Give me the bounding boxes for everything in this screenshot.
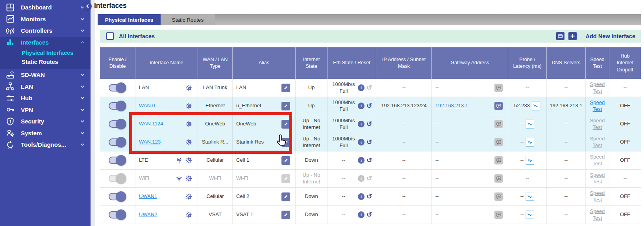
sidebar-scrollbar[interactable] <box>91 0 95 226</box>
dns-servers-cell: 192.168.213.1 <box>547 97 586 115</box>
latency-chart-icon[interactable] <box>526 156 534 165</box>
edit-alias-button[interactable] <box>281 192 290 201</box>
eth-state-group: --i↺ <box>331 175 372 182</box>
eth-state-text: -- <box>331 157 356 163</box>
interface-name-link[interactable]: WAN.0 <box>139 103 155 109</box>
reset-icon[interactable]: ↺ <box>366 211 372 218</box>
sidebar-item-controllers[interactable]: Controllers <box>0 25 91 37</box>
table-row: UWAN2VSATVSAT 1Down--i↺--------Speed Tes… <box>100 206 641 224</box>
sidebar-item-dashboard[interactable]: Dashboard <box>0 2 91 13</box>
enable-toggle[interactable] <box>109 193 123 200</box>
settings-gear-icon[interactable] <box>185 120 192 128</box>
ping-gateway-icon[interactable] <box>494 102 503 110</box>
edit-alias-button[interactable] <box>281 174 290 183</box>
add-interface-button[interactable] <box>568 32 577 40</box>
sidebar-item-vpn[interactable]: VPN <box>0 104 91 116</box>
sidebar-item-label: Controllers <box>21 27 80 34</box>
settings-gear-icon[interactable] <box>185 157 192 164</box>
gateway-address-cell: -- <box>432 79 508 97</box>
all-interfaces-checkbox[interactable] <box>106 32 114 40</box>
reset-icon[interactable]: ↺ <box>366 139 372 146</box>
ip-address-cell: -- <box>376 151 432 169</box>
speed-test-link[interactable]: Speed Test <box>588 99 607 112</box>
interface-name-link[interactable]: WAN.1124 <box>139 121 163 127</box>
sidebar-item-sd-wan[interactable]: SD-WAN <box>0 69 91 81</box>
internet-state-cell: Up <box>296 79 328 97</box>
sidebar-item-tools-diagnos-[interactable]: Tools/Diagnos... <box>0 139 91 151</box>
sidebar-item-monitors[interactable]: Monitors <box>0 13 91 25</box>
latency-chart-icon[interactable] <box>526 210 534 219</box>
enable-toggle[interactable] <box>109 211 123 219</box>
hub-internet-dropoff-cell: -- <box>609 79 641 97</box>
sidebar-subitem-physical-interfaces[interactable]: Physical Interfaces <box>0 48 91 57</box>
probe-latency-value: -- <box>520 121 524 127</box>
collapse-sidebar-button[interactable] <box>83 2 92 10</box>
sidebar-item-interfaces[interactable]: Interfaces <box>0 37 91 49</box>
settings-gear-icon[interactable] <box>185 193 192 200</box>
interface-name-link[interactable]: UWAN1 <box>139 193 157 200</box>
info-icon[interactable]: i <box>358 211 365 218</box>
gateway-address-link[interactable]: 192.168.213.1 <box>435 103 468 109</box>
edit-alias-button[interactable] <box>281 102 290 110</box>
ping-gateway-icon <box>494 174 503 183</box>
antenna-icon <box>176 157 183 164</box>
enable-disable-cell <box>100 151 135 169</box>
settings-gear-icon[interactable] <box>185 211 192 219</box>
speed-test-cell: Speed Test <box>586 151 609 169</box>
info-icon[interactable]: i <box>358 175 365 182</box>
add-new-interface-label[interactable]: Add New Interface <box>586 33 636 39</box>
info-icon[interactable]: i <box>358 84 365 91</box>
enable-toggle[interactable] <box>109 175 123 182</box>
sidebar-item-hub[interactable]: Hub <box>0 92 91 104</box>
sidebar-item-label: Tools/Diagnos... <box>21 141 80 148</box>
sidebar-item-system[interactable]: System <box>0 127 91 139</box>
security-icon <box>6 117 15 126</box>
latency-chart-icon[interactable] <box>526 138 534 147</box>
enable-disable-cell <box>100 97 135 115</box>
ping-gateway-icon <box>494 156 503 164</box>
info-icon[interactable]: i <box>358 121 365 127</box>
latency-chart-icon[interactable] <box>526 192 534 201</box>
info-icon[interactable]: i <box>358 157 365 164</box>
reset-icon[interactable]: ↺ <box>366 103 372 109</box>
settings-gear-icon[interactable] <box>185 84 192 92</box>
interface-name-cell: LTE <box>135 151 198 169</box>
eth-state-text: 1000Mb/s Full <box>331 118 356 131</box>
info-icon[interactable]: i <box>358 103 365 109</box>
enable-toggle[interactable] <box>109 138 123 146</box>
edit-alias-button[interactable] <box>281 84 290 92</box>
settings-gear-icon[interactable] <box>185 138 192 146</box>
enable-toggle[interactable] <box>109 84 123 92</box>
reset-icon[interactable]: ↺ <box>366 121 372 127</box>
system-icon <box>6 129 15 137</box>
info-icon[interactable]: i <box>358 139 365 146</box>
sidebar-subitem-static-routes[interactable]: Static Routes <box>0 57 91 66</box>
dns-servers-cell: -- <box>547 133 586 151</box>
eth-state-group: 1000Mb/s Fulli↺ <box>331 136 372 149</box>
edit-alias-button[interactable] <box>281 211 290 219</box>
enable-toggle[interactable] <box>109 102 123 110</box>
reset-icon[interactable]: ↺ <box>366 157 372 164</box>
latency-chart-icon[interactable] <box>532 101 540 110</box>
gateway-address-text: -- <box>435 139 439 145</box>
probe-latency-value: -- <box>520 157 524 163</box>
interface-name-link[interactable]: UWAN2 <box>139 211 157 218</box>
sidebar-item-lan[interactable]: LAN <box>0 81 91 93</box>
tab-physical-interfaces[interactable]: Physical Interfaces <box>98 14 161 25</box>
reset-icon[interactable]: ↺ <box>366 193 372 200</box>
latency-chart-icon[interactable] <box>526 120 534 129</box>
settings-gear-icon[interactable] <box>185 102 192 110</box>
tab-static-routes[interactable]: Static Routes <box>161 14 215 25</box>
export-view-button[interactable] <box>556 32 564 40</box>
info-icon[interactable]: i <box>358 193 365 200</box>
enable-toggle[interactable] <box>109 120 123 128</box>
internet-state-cell: Up - No Internet <box>296 115 328 133</box>
sidebar-item-label: Security <box>21 118 80 125</box>
edit-alias-button[interactable] <box>281 138 290 147</box>
edit-alias-button[interactable] <box>281 156 290 165</box>
interface-name-link[interactable]: WAN.123 <box>139 139 161 145</box>
settings-gear-icon[interactable] <box>185 175 192 182</box>
enable-toggle[interactable] <box>109 157 123 164</box>
sidebar-item-security[interactable]: Security <box>0 116 91 127</box>
edit-alias-button[interactable] <box>281 120 290 129</box>
